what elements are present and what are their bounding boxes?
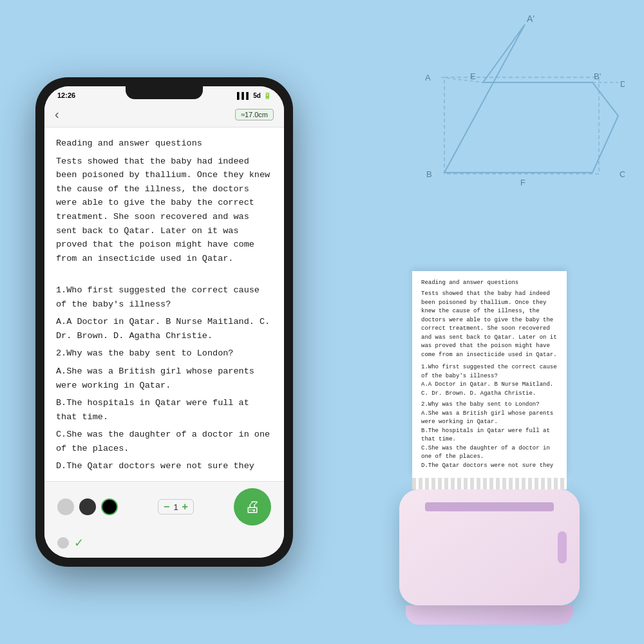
paper-q2: 2.Why was the baby sent to London? <box>421 401 558 410</box>
phone-notch <box>126 86 203 99</box>
status-icons: ▌▌▌ 5d 🔋 <box>237 92 271 99</box>
content-a2a: A.She was a British girl whose parents w… <box>56 365 272 392</box>
printer-bottom <box>406 605 573 625</box>
paper-title: Reading and answer questions <box>421 279 558 288</box>
paper-a2d: D.The Qatar doctors were not sure they <box>421 462 558 471</box>
svg-text:A: A <box>425 73 431 82</box>
content-title: Reading and answer questions <box>56 137 272 151</box>
svg-text:D: D <box>620 79 625 89</box>
back-button[interactable]: ‹ <box>55 107 59 122</box>
svg-text:C: C <box>620 169 625 179</box>
svg-text:E: E <box>470 71 476 81</box>
content-a2c: C.She was the daughter of a doctor in on… <box>56 428 272 455</box>
paper-slip-edge <box>412 478 567 489</box>
content-a1: A.A Doctor in Qatar. B Nurse Maitland. C… <box>56 315 272 343</box>
mini-circle <box>57 537 69 549</box>
quantity-control: − 1 + <box>158 499 194 515</box>
phone-content: Reading and answer questions Tests showe… <box>44 128 284 481</box>
paper-a2c: C.She was the daughter of a doctor in on… <box>421 444 558 462</box>
bottom-bar: − 1 + 🖨 <box>44 481 284 532</box>
signal-icon: ▌▌▌ <box>237 92 251 99</box>
wifi-icon: 5d <box>253 92 261 99</box>
geometry-diagram: A' E B' D A B F C <box>406 13 625 193</box>
printer-body <box>399 489 580 605</box>
printer-container: Reading and answer questions Tests showe… <box>374 271 605 625</box>
qty-value: 1 <box>173 502 178 512</box>
content-a2b: B.The hospitals in Qatar were full at th… <box>56 396 272 424</box>
svg-text:B': B' <box>594 71 601 81</box>
paper-slip: Reading and answer questions Tests showe… <box>412 271 567 478</box>
time-display: 12:26 <box>57 91 75 99</box>
content-paragraph1: Tests showed that the baby had indeed be… <box>56 155 272 266</box>
print-button[interactable]: 🖨 <box>234 488 271 526</box>
printer-side-button[interactable] <box>558 531 567 564</box>
paper-a2a: A.She was a British girl whose parents w… <box>421 410 558 427</box>
svg-line-10 <box>441 77 483 82</box>
paper-q1: 1.Who first suggested the correct cause … <box>421 363 558 381</box>
printer-slot <box>425 502 554 511</box>
printer-icon: 🖨 <box>245 498 260 516</box>
color-dark[interactable] <box>79 498 96 515</box>
paper-a2b: B.The hospitals in Qatar were full at th… <box>421 427 558 444</box>
bottom-extra: ✓ <box>44 532 284 558</box>
content-q1: 1.Who first suggested the correct cause … <box>56 283 272 311</box>
paper-paragraph: Tests showed that the baby had indeed be… <box>421 290 558 359</box>
phone-screen: 12:26 ▌▌▌ 5d 🔋 ‹ ≈17.0cm Reading and ans… <box>44 86 284 558</box>
nav-bar: ‹ ≈17.0cm <box>44 102 284 128</box>
check-icon: ✓ <box>74 536 84 550</box>
qty-decrease[interactable]: − <box>164 501 169 513</box>
phone-outer: 12:26 ▌▌▌ 5d 🔋 ‹ ≈17.0cm Reading and ans… <box>35 77 293 567</box>
svg-marker-1 <box>444 24 618 173</box>
qty-increase[interactable]: + <box>182 501 188 513</box>
svg-text:A': A' <box>527 14 535 24</box>
color-selector <box>57 498 118 515</box>
content-a2d: D.The Qatar doctors were not sure they <box>56 459 272 473</box>
color-black[interactable] <box>101 498 118 515</box>
svg-text:F: F <box>520 178 526 187</box>
paper-a1: A.A Doctor in Qatar. B Nurse Maitland. C… <box>421 381 558 398</box>
svg-rect-0 <box>444 77 599 174</box>
content-q2: 2.Why was the baby sent to London? <box>56 346 272 361</box>
svg-text:B: B <box>426 169 432 179</box>
color-gray[interactable] <box>57 498 74 515</box>
phone: 12:26 ▌▌▌ 5d 🔋 ‹ ≈17.0cm Reading and ans… <box>35 77 293 567</box>
measurement-badge: ≈17.0cm <box>235 109 274 120</box>
battery-icon: 🔋 <box>263 92 271 99</box>
